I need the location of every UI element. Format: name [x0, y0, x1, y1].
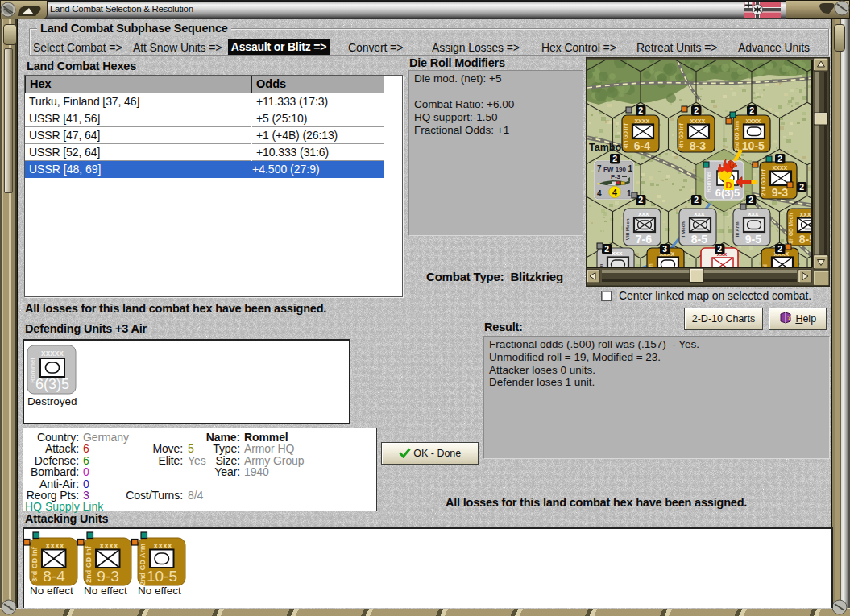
svg-text:2: 2	[604, 244, 609, 254]
svg-text:3: 3	[662, 244, 667, 254]
svg-text:2: 2	[612, 154, 617, 163]
svg-text:F-3: F-3	[611, 173, 621, 180]
svg-text:2: 2	[717, 244, 722, 254]
svg-text:6(3)5: 6(3)5	[35, 376, 69, 392]
svg-text:4th GD Mech: 4th GD Mech	[788, 213, 794, 246]
svg-text:Tambo: Tambo	[589, 142, 621, 153]
svg-text:D: D	[726, 180, 732, 190]
svg-text:xxxx: xxxx	[99, 540, 118, 550]
svg-text:VIII Mech: VIII Mech	[624, 218, 630, 240]
svg-text:2: 2	[749, 105, 754, 115]
svg-text:3rd GD Inf: 3rd GD Inf	[31, 546, 39, 582]
svg-text:6-4: 6-4	[634, 139, 650, 152]
svg-text:4: 4	[597, 189, 602, 198]
svg-text:III Arm: III Arm	[734, 221, 740, 238]
svg-text:8-4: 8-4	[43, 568, 65, 585]
svg-text:2: 2	[777, 244, 782, 254]
svg-text:2: 2	[694, 105, 699, 115]
svg-text:10-5: 10-5	[147, 568, 177, 585]
svg-text:7: 7	[597, 164, 602, 173]
svg-text:4th GD Inf: 4th GD Inf	[623, 122, 628, 148]
svg-text:9-3: 9-3	[97, 568, 118, 585]
svg-text:Rommel: Rommel	[706, 172, 711, 192]
svg-text:4: 4	[612, 188, 617, 197]
svg-text:xxxx: xxxx	[153, 540, 172, 550]
svg-text:xxxxx: xxxxx	[41, 349, 64, 358]
svg-text:2nd GD Inf: 2nd GD Inf	[85, 545, 93, 582]
svg-text:2nd GD Arm: 2nd GD Arm	[139, 544, 147, 585]
svg-text:2: 2	[638, 105, 643, 115]
svg-text:xxxx: xxxx	[745, 117, 761, 125]
svg-text:xxxx: xxxx	[45, 540, 64, 550]
svg-text:8-5: 8-5	[691, 233, 707, 246]
svg-text:9-5: 9-5	[745, 233, 761, 246]
svg-text:2: 2	[748, 195, 753, 205]
svg-text:2: 2	[777, 154, 782, 163]
svg-text:FW 190: FW 190	[603, 166, 627, 173]
svg-text:?: ?	[787, 314, 791, 321]
svg-text:2: 2	[799, 182, 804, 192]
svg-text:xxx: xxx	[694, 210, 705, 217]
svg-text:2nd GD Arm: 2nd GD Arm	[734, 121, 740, 151]
svg-text:I Mech: I Mech	[680, 221, 686, 237]
svg-text:8-3: 8-3	[690, 139, 706, 152]
svg-text:xxx: xxx	[612, 250, 623, 257]
svg-text:xxxx: xxxx	[634, 117, 649, 125]
svg-text:xxx: xxx	[748, 210, 759, 217]
svg-text:xxx: xxx	[638, 210, 649, 217]
svg-text:xxxx: xxxx	[772, 163, 787, 172]
svg-text:10-5: 10-5	[742, 139, 765, 152]
svg-text:9-3: 9-3	[772, 186, 788, 199]
svg-text:2: 2	[638, 195, 643, 205]
svg-text:7-6: 7-6	[636, 233, 652, 246]
svg-text:2nd GD Inf: 2nd GD Inf	[761, 168, 766, 196]
svg-text:1: 1	[627, 189, 632, 198]
svg-text:1: 1	[628, 164, 633, 173]
svg-text:4th GD Inf: 4th GD Inf	[678, 122, 684, 148]
svg-text:xxxx: xxxx	[690, 117, 705, 125]
svg-text:2: 2	[694, 195, 699, 205]
